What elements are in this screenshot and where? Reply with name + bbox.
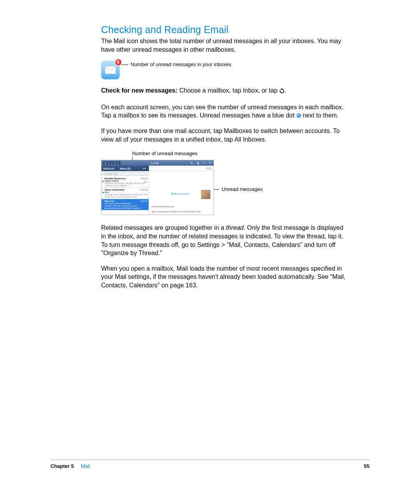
trash-icon: 🗑 <box>196 162 200 164</box>
reply-icon: ↩ <box>203 161 206 164</box>
chapter-label: Chapter 5 <box>51 463 74 469</box>
loading-paragraph: When you open a mailbox, Mail loads the … <box>101 264 349 290</box>
up-arrow-btn: ▲ <box>109 161 114 164</box>
svg-rect-0 <box>105 66 116 74</box>
envelope-icon <box>105 66 116 74</box>
shot-toolbar: 🔒 ▲ ▼ 3 of 30 ⎘ 🗑 ↩ ✎ <box>102 160 214 166</box>
msg-preview: It's going to be a real long session aft… <box>105 193 147 198</box>
blue-dot-icon <box>296 113 301 118</box>
annotation-tick <box>132 157 349 160</box>
annotation-line <box>121 65 128 65</box>
msg-time: 9:02 AM <box>140 200 147 202</box>
chapter-title: Mail <box>81 463 90 469</box>
message-counter: 3 of 30 <box>121 162 189 164</box>
mailboxes-back-btn: Mailboxes <box>103 167 114 170</box>
hide-btn: Hide <box>206 167 211 170</box>
fig2-caption-top: Number of unread messages <box>132 150 349 157</box>
message-list: Q Search Inbox Brandie Stevenson 9:25 AM… <box>102 171 149 215</box>
page-footer: Chapter 5 Mail 55 <box>51 460 369 469</box>
intro-paragraph: The Mail icon shows the total number of … <box>101 37 349 54</box>
msg-preview: Hi Dave. Here are a few photos of our ba… <box>105 205 147 209</box>
page-number: 55 <box>364 463 369 469</box>
sender-avatar <box>201 190 210 199</box>
msg-time: 9:25 AM <box>140 177 147 180</box>
section-heading: Checking and Reading Email <box>101 24 349 35</box>
check-new-label: Check for new messages: <box>101 87 178 94</box>
check-new-text: Choose a mailbox, tap Inbox, or tap <box>178 87 279 94</box>
edit-btn: Edit <box>141 167 147 170</box>
unread-badge: 5 <box>114 58 122 66</box>
thread-indicator: 2 > <box>143 181 147 183</box>
fig2-caption-right: Unread messages <box>222 186 263 192</box>
body-snippet: ursion through Guatemala. <box>150 205 212 208</box>
message-item-selected: Ryan Orr 9:02 AM Our travel week Guatema… <box>102 199 149 210</box>
account-paragraph: On each account screen, you can see the … <box>101 103 349 120</box>
search-field: Q Search Inbox <box>102 172 148 176</box>
unread-dot-icon <box>102 180 104 182</box>
msg-preview: Thanks for the birthday message. So sorr… <box>105 182 147 187</box>
msg-time: 9:18 AM <box>140 189 147 191</box>
compose-icon: ✎ <box>209 161 212 164</box>
annotation-line <box>214 189 219 190</box>
account-text-after: next to them. <box>301 112 339 119</box>
body-snippet: ountains are. I may never come back if I… <box>150 215 212 215</box>
check-new-paragraph: Check for new messages: Choose a mailbox… <box>101 86 349 96</box>
mailboxes-paragraph: If you have more than one mail account, … <box>101 127 349 144</box>
message-pane: Mark as Unread ursion through Guatemala.… <box>149 171 214 215</box>
down-arrow-btn: ▼ <box>116 161 121 164</box>
ipad-mail-screenshot: 🔒 ▲ ▼ 3 of 30 ⎘ 🗑 ↩ ✎ Mailboxes Inbox (5… <box>101 160 214 215</box>
orientation-lock-btn: 🔒 <box>103 161 108 164</box>
check-new-period: . <box>285 87 286 94</box>
mark-unread-link: Mark as Unread <box>172 192 189 195</box>
figure-mail-icon: 5 Number of unread messages in your inbo… <box>101 61 349 79</box>
message-item: Aaron Ackermann 9:18 AM Gym It's going t… <box>102 188 149 199</box>
inbox-title: Inbox (5) <box>120 167 130 170</box>
folder-icon: ⎘ <box>190 162 193 164</box>
body-snippet: ngle, and yesterday we visited some anci… <box>150 210 212 213</box>
threads-paragraph: Related messages are grouped together in… <box>101 224 349 257</box>
message-item: Brandie Stevenson 9:25 AM Happy birthday… <box>102 177 149 188</box>
unread-dot-icon <box>102 192 104 193</box>
refresh-icon <box>279 88 285 96</box>
fig1-caption: Number of unread messages in your inboxe… <box>131 61 231 68</box>
threads-text-1: Related messages are grouped together in… <box>101 224 226 231</box>
figure-inbox-screenshot: Number of unread messages 🔒 ▲ ▼ 3 of 30 … <box>101 150 349 215</box>
threads-em: thread <box>226 224 243 231</box>
